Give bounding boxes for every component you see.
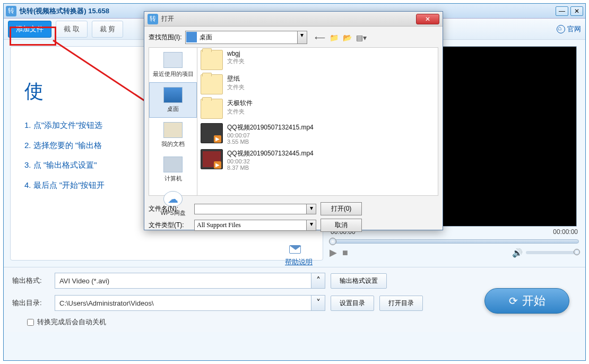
open-dir-button[interactable]: 打开目录 (379, 296, 423, 311)
minimize-button[interactable]: — (556, 6, 568, 16)
seek-bar[interactable] (330, 239, 579, 244)
seek-thumb[interactable] (329, 238, 336, 245)
chevron-down-icon[interactable]: ▾ (306, 220, 316, 230)
dialog-open-button[interactable]: 打开(0) (321, 202, 362, 215)
autoclose-checkbox[interactable]: 转换完成后会自动关机 (27, 317, 577, 327)
filename-label: 文件名(N): (149, 204, 190, 213)
back-icon[interactable]: ⟵ (315, 33, 325, 42)
set-dir-button[interactable]: 设置目录 (331, 296, 374, 311)
cut-button[interactable]: 裁 剪 (92, 21, 124, 38)
up-icon[interactable]: 📁 (330, 33, 339, 42)
filetype-combo[interactable]: All Support Files▾ (194, 220, 316, 231)
file-item-folder[interactable]: wbgj文件夹 (197, 48, 438, 72)
home-icon (557, 25, 565, 33)
new-folder-icon[interactable]: 📂 (343, 33, 352, 42)
play-button[interactable]: ▶ (330, 247, 337, 258)
time-total: 00:00:00 (553, 228, 578, 236)
file-item-video[interactable]: QQ视频20190507132445.mp400:00:328.37 MB (197, 147, 438, 173)
output-dir-label: 输出目录: (12, 298, 49, 308)
filetype-label: 文件类型(T): (149, 221, 190, 230)
dialog-title: 打开 (161, 14, 416, 23)
computer-icon (163, 157, 183, 172)
chevron-down-icon[interactable]: ▾ (306, 204, 316, 214)
file-item-folder[interactable]: 壁纸文件夹 (197, 72, 438, 97)
output-format-input[interactable] (55, 273, 311, 289)
view-menu-icon[interactable]: ▤▾ (356, 33, 367, 42)
start-button[interactable]: ⟳ 开始 (484, 288, 569, 314)
sidebar-recent[interactable]: 最近使用的项目 (149, 48, 197, 82)
lookin-dropdown[interactable]: 桌面 ▾ (185, 31, 307, 44)
desktop-icon (186, 32, 197, 42)
output-format-label: 输出格式: (12, 276, 49, 285)
capture-button[interactable]: 截 取 (56, 21, 88, 38)
refresh-icon: ⟳ (509, 294, 518, 307)
lookin-label: 查找范围(I): (149, 33, 182, 42)
folder-icon (201, 74, 223, 94)
places-sidebar: 最近使用的项目 桌面 我的文档 计算机 ☁WPS网盘 (149, 47, 197, 196)
output-format-settings-button[interactable]: 输出格式设置 (331, 273, 387, 289)
autoclose-input[interactable] (27, 319, 34, 326)
sidebar-documents[interactable]: 我的文档 (149, 118, 197, 152)
dialog-app-icon: 转 (148, 14, 158, 24)
mail-icon (289, 245, 301, 254)
file-list[interactable]: wbgj文件夹 壁纸文件夹 天极软件文件夹 QQ视频20190507132415… (197, 47, 438, 196)
video-file-icon (201, 149, 223, 169)
chevron-down-icon[interactable]: ▾ (297, 31, 307, 44)
filename-combo[interactable]: ▾ (194, 204, 316, 214)
volume-thumb[interactable] (574, 249, 580, 255)
output-dir-input[interactable] (55, 295, 311, 311)
official-site-link[interactable]: 官网 (557, 24, 581, 34)
filename-input[interactable] (195, 204, 306, 214)
sidebar-desktop[interactable]: 桌面 (149, 82, 197, 118)
stop-button[interactable]: ■ (342, 247, 348, 258)
close-button[interactable]: ✕ (570, 6, 583, 16)
volume-icon[interactable]: 🔊 (512, 248, 523, 258)
help-link[interactable]: 帮助说明 (285, 257, 313, 267)
dialog-close-button[interactable]: ✕ (416, 14, 439, 24)
open-dialog: 转 打开 ✕ 查找范围(I): 桌面 ▾ ⟵ 📁 📂 ▤▾ 最近使用的项目 桌面… (144, 11, 443, 230)
lookin-value: 桌面 (197, 31, 297, 44)
volume-bar[interactable] (526, 251, 579, 254)
file-item-video[interactable]: QQ视频20190507132415.mp400:00:073.55 MB (197, 121, 438, 147)
official-site-label: 官网 (567, 24, 581, 34)
dialog-titlebar: 转 打开 ✕ (144, 12, 443, 27)
folder-icon (201, 99, 223, 119)
app-icon: 转 (6, 6, 16, 16)
folder-icon (201, 50, 223, 70)
recent-icon (163, 52, 183, 68)
dialog-cancel-button[interactable]: 取消 (321, 219, 362, 232)
autoclose-label: 转换完成后会自动关机 (37, 317, 106, 327)
desktop-place-icon (163, 87, 183, 103)
output-format-dropdown[interactable]: ˄ (311, 273, 325, 289)
sidebar-computer[interactable]: 计算机 (149, 152, 197, 187)
video-file-icon (201, 123, 223, 143)
add-file-button[interactable]: 添加文件 (8, 21, 51, 38)
filetype-value: All Support Files (195, 220, 306, 230)
start-button-label: 开始 (522, 293, 545, 309)
documents-icon (163, 122, 183, 138)
output-dir-dropdown[interactable]: ˅ (311, 295, 325, 311)
file-item-folder[interactable]: 天极软件文件夹 (197, 97, 438, 121)
